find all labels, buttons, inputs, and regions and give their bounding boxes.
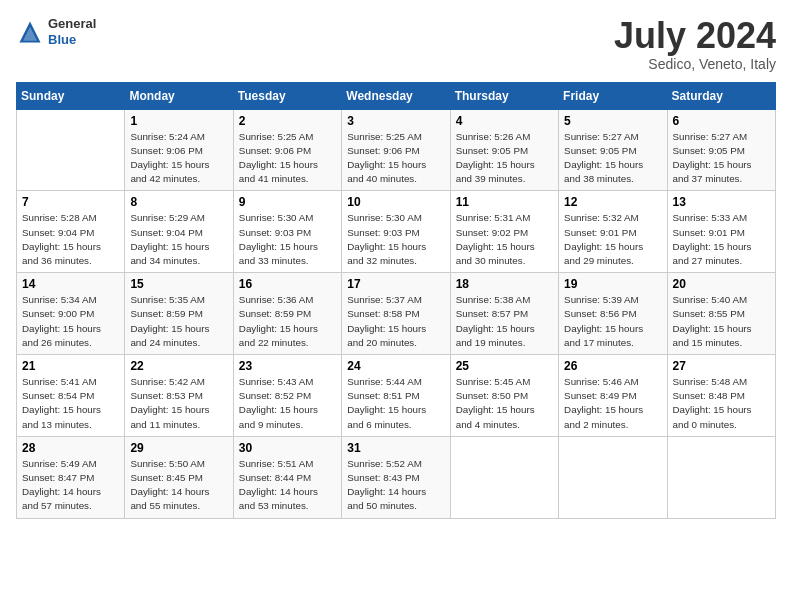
logo-text: General Blue [48,16,96,47]
cell-info: Sunrise: 5:45 AMSunset: 8:50 PMDaylight:… [456,375,553,432]
calendar-week-row: 14Sunrise: 5:34 AMSunset: 9:00 PMDayligh… [17,273,776,355]
weekday-header-saturday: Saturday [667,82,775,109]
cell-info: Sunrise: 5:29 AMSunset: 9:04 PMDaylight:… [130,211,227,268]
calendar-cell: 9Sunrise: 5:30 AMSunset: 9:03 PMDaylight… [233,191,341,273]
calendar-cell: 25Sunrise: 5:45 AMSunset: 8:50 PMDayligh… [450,355,558,437]
calendar-cell: 4Sunrise: 5:26 AMSunset: 9:05 PMDaylight… [450,109,558,191]
calendar-cell: 16Sunrise: 5:36 AMSunset: 8:59 PMDayligh… [233,273,341,355]
day-number: 26 [564,359,661,373]
cell-info: Sunrise: 5:35 AMSunset: 8:59 PMDaylight:… [130,293,227,350]
cell-info: Sunrise: 5:44 AMSunset: 8:51 PMDaylight:… [347,375,444,432]
day-number: 8 [130,195,227,209]
cell-info: Sunrise: 5:31 AMSunset: 9:02 PMDaylight:… [456,211,553,268]
weekday-header-sunday: Sunday [17,82,125,109]
day-number: 21 [22,359,119,373]
calendar-cell: 1Sunrise: 5:24 AMSunset: 9:06 PMDaylight… [125,109,233,191]
cell-info: Sunrise: 5:52 AMSunset: 8:43 PMDaylight:… [347,457,444,514]
day-number: 19 [564,277,661,291]
day-number: 11 [456,195,553,209]
day-number: 2 [239,114,336,128]
calendar-header: SundayMondayTuesdayWednesdayThursdayFrid… [17,82,776,109]
logo-icon [16,18,44,46]
cell-info: Sunrise: 5:48 AMSunset: 8:48 PMDaylight:… [673,375,770,432]
day-number: 14 [22,277,119,291]
calendar-cell: 20Sunrise: 5:40 AMSunset: 8:55 PMDayligh… [667,273,775,355]
day-number: 12 [564,195,661,209]
calendar-cell: 3Sunrise: 5:25 AMSunset: 9:06 PMDaylight… [342,109,450,191]
logo-blue: Blue [48,32,96,48]
cell-info: Sunrise: 5:24 AMSunset: 9:06 PMDaylight:… [130,130,227,187]
weekday-header-tuesday: Tuesday [233,82,341,109]
calendar-cell: 22Sunrise: 5:42 AMSunset: 8:53 PMDayligh… [125,355,233,437]
weekday-header-thursday: Thursday [450,82,558,109]
calendar-cell: 2Sunrise: 5:25 AMSunset: 9:06 PMDaylight… [233,109,341,191]
day-number: 9 [239,195,336,209]
calendar-cell [450,436,558,518]
cell-info: Sunrise: 5:37 AMSunset: 8:58 PMDaylight:… [347,293,444,350]
cell-info: Sunrise: 5:34 AMSunset: 9:00 PMDaylight:… [22,293,119,350]
day-number: 16 [239,277,336,291]
calendar-cell: 10Sunrise: 5:30 AMSunset: 9:03 PMDayligh… [342,191,450,273]
calendar-week-row: 7Sunrise: 5:28 AMSunset: 9:04 PMDaylight… [17,191,776,273]
weekday-header-monday: Monday [125,82,233,109]
calendar-cell: 8Sunrise: 5:29 AMSunset: 9:04 PMDaylight… [125,191,233,273]
cell-info: Sunrise: 5:49 AMSunset: 8:47 PMDaylight:… [22,457,119,514]
cell-info: Sunrise: 5:46 AMSunset: 8:49 PMDaylight:… [564,375,661,432]
location: Sedico, Veneto, Italy [614,56,776,72]
calendar-cell: 21Sunrise: 5:41 AMSunset: 8:54 PMDayligh… [17,355,125,437]
calendar-cell: 26Sunrise: 5:46 AMSunset: 8:49 PMDayligh… [559,355,667,437]
calendar-cell: 15Sunrise: 5:35 AMSunset: 8:59 PMDayligh… [125,273,233,355]
calendar-cell: 27Sunrise: 5:48 AMSunset: 8:48 PMDayligh… [667,355,775,437]
calendar-cell: 29Sunrise: 5:50 AMSunset: 8:45 PMDayligh… [125,436,233,518]
cell-info: Sunrise: 5:50 AMSunset: 8:45 PMDaylight:… [130,457,227,514]
title-block: July 2024 Sedico, Veneto, Italy [614,16,776,72]
day-number: 22 [130,359,227,373]
cell-info: Sunrise: 5:39 AMSunset: 8:56 PMDaylight:… [564,293,661,350]
page-header: General Blue July 2024 Sedico, Veneto, I… [16,16,776,72]
day-number: 31 [347,441,444,455]
day-number: 15 [130,277,227,291]
day-number: 18 [456,277,553,291]
calendar-cell: 7Sunrise: 5:28 AMSunset: 9:04 PMDaylight… [17,191,125,273]
calendar-cell: 5Sunrise: 5:27 AMSunset: 9:05 PMDaylight… [559,109,667,191]
weekday-header-row: SundayMondayTuesdayWednesdayThursdayFrid… [17,82,776,109]
calendar-cell: 19Sunrise: 5:39 AMSunset: 8:56 PMDayligh… [559,273,667,355]
day-number: 6 [673,114,770,128]
calendar-cell [559,436,667,518]
calendar-cell: 14Sunrise: 5:34 AMSunset: 9:00 PMDayligh… [17,273,125,355]
day-number: 7 [22,195,119,209]
cell-info: Sunrise: 5:36 AMSunset: 8:59 PMDaylight:… [239,293,336,350]
calendar-cell: 31Sunrise: 5:52 AMSunset: 8:43 PMDayligh… [342,436,450,518]
day-number: 3 [347,114,444,128]
cell-info: Sunrise: 5:25 AMSunset: 9:06 PMDaylight:… [239,130,336,187]
day-number: 4 [456,114,553,128]
calendar-table: SundayMondayTuesdayWednesdayThursdayFrid… [16,82,776,519]
day-number: 28 [22,441,119,455]
calendar-cell: 28Sunrise: 5:49 AMSunset: 8:47 PMDayligh… [17,436,125,518]
day-number: 25 [456,359,553,373]
cell-info: Sunrise: 5:30 AMSunset: 9:03 PMDaylight:… [347,211,444,268]
day-number: 23 [239,359,336,373]
calendar-cell: 11Sunrise: 5:31 AMSunset: 9:02 PMDayligh… [450,191,558,273]
cell-info: Sunrise: 5:42 AMSunset: 8:53 PMDaylight:… [130,375,227,432]
day-number: 17 [347,277,444,291]
calendar-week-row: 1Sunrise: 5:24 AMSunset: 9:06 PMDaylight… [17,109,776,191]
calendar-cell: 30Sunrise: 5:51 AMSunset: 8:44 PMDayligh… [233,436,341,518]
weekday-header-wednesday: Wednesday [342,82,450,109]
cell-info: Sunrise: 5:43 AMSunset: 8:52 PMDaylight:… [239,375,336,432]
day-number: 27 [673,359,770,373]
cell-info: Sunrise: 5:38 AMSunset: 8:57 PMDaylight:… [456,293,553,350]
logo-general: General [48,16,96,32]
logo: General Blue [16,16,96,47]
calendar-cell [17,109,125,191]
month-title: July 2024 [614,16,776,56]
cell-info: Sunrise: 5:51 AMSunset: 8:44 PMDaylight:… [239,457,336,514]
calendar-cell [667,436,775,518]
calendar-cell: 13Sunrise: 5:33 AMSunset: 9:01 PMDayligh… [667,191,775,273]
calendar-cell: 6Sunrise: 5:27 AMSunset: 9:05 PMDaylight… [667,109,775,191]
cell-info: Sunrise: 5:40 AMSunset: 8:55 PMDaylight:… [673,293,770,350]
calendar-cell: 18Sunrise: 5:38 AMSunset: 8:57 PMDayligh… [450,273,558,355]
calendar-cell: 24Sunrise: 5:44 AMSunset: 8:51 PMDayligh… [342,355,450,437]
cell-info: Sunrise: 5:27 AMSunset: 9:05 PMDaylight:… [673,130,770,187]
day-number: 1 [130,114,227,128]
